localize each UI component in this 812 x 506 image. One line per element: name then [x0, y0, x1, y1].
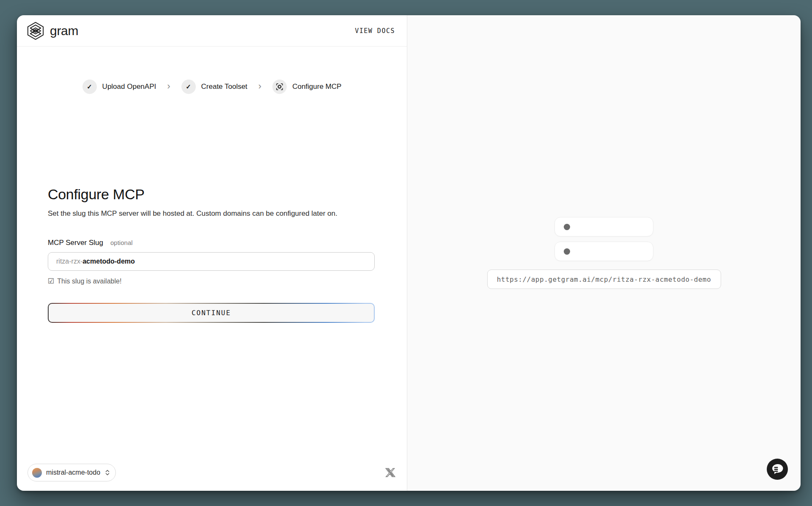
chevron-updown-icon: [104, 469, 110, 476]
chevron-right-icon: ›: [258, 82, 261, 92]
step-configure-mcp[interactable]: Configure MCP: [272, 80, 341, 94]
step-label: Create Toolset: [201, 82, 247, 91]
availability-message: This slug is available!: [57, 278, 121, 285]
step-complete-circle: ✓: [181, 80, 196, 94]
x-social-link[interactable]: [385, 468, 395, 478]
project-avatar: [32, 468, 42, 478]
preview-row: [554, 217, 653, 236]
onboarding-window: gram VIEW DOCS ✓ Upload OpenAPI › ✓ Crea…: [17, 15, 801, 491]
project-selector[interactable]: mistral-acme-todo: [27, 464, 116, 481]
step-complete-circle: ✓: [82, 80, 97, 94]
page-title: Configure MCP: [48, 186, 375, 203]
configure-gear-icon: [275, 82, 284, 91]
dot-icon: [564, 248, 570, 255]
step-label: Upload OpenAPI: [102, 82, 156, 91]
project-selector-value: mistral-acme-todo: [46, 469, 100, 476]
gram-logo-icon: [27, 22, 44, 40]
app-header: gram VIEW DOCS: [17, 15, 407, 47]
configure-form: Configure MCP Set the slug this MCP serv…: [48, 186, 375, 323]
configure-panel: gram VIEW DOCS ✓ Upload OpenAPI › ✓ Crea…: [17, 15, 407, 491]
chat-widget-button[interactable]: [767, 459, 788, 480]
mcp-slug-input[interactable]: ritza-rzx-acmetodo-demo: [48, 252, 375, 271]
view-docs-link[interactable]: VIEW DOCS: [355, 27, 395, 35]
checkbox-checked-icon: ☑: [48, 277, 54, 286]
slug-field-label-row: MCP Server Slug optional: [48, 239, 375, 247]
chat-bubble-icon: [767, 459, 788, 480]
panel-footer: mistral-acme-todo: [27, 464, 395, 481]
slug-field-label: MCP Server Slug: [48, 239, 103, 247]
step-current-circle: [272, 80, 287, 94]
mcp-preview-illustration: https://app.getgram.ai/mcp/ritza-rzx-acm…: [407, 217, 801, 289]
brand-wordmark: gram: [50, 24, 78, 38]
page-description: Set the slug this MCP server will be hos…: [48, 209, 375, 218]
continue-button-label[interactable]: CONTINUE: [49, 304, 374, 322]
step-upload-openapi[interactable]: ✓ Upload OpenAPI: [82, 80, 156, 94]
chevron-right-icon: ›: [167, 82, 170, 92]
stepper: ✓ Upload OpenAPI › ✓ Create Toolset ›: [17, 80, 407, 94]
check-icon: ✓: [186, 83, 191, 91]
preview-row: [554, 242, 653, 261]
preview-panel: https://app.getgram.ai/mcp/ritza-rzx-acm…: [407, 15, 801, 491]
mcp-server-url: https://app.getgram.ai/mcp/ritza-rzx-acm…: [487, 270, 721, 289]
slug-prefix: ritza-rzx-: [56, 258, 82, 265]
dot-icon: [564, 224, 570, 230]
slug-availability-status: ☑ This slug is available!: [48, 277, 375, 286]
step-label: Configure MCP: [292, 82, 341, 91]
continue-button[interactable]: CONTINUE: [48, 303, 375, 323]
step-create-toolset[interactable]: ✓ Create Toolset: [181, 80, 247, 94]
x-logo-icon: [385, 468, 395, 478]
optional-badge: optional: [110, 239, 133, 246]
slug-value: acmetodo-demo: [82, 258, 135, 265]
brand: gram: [27, 22, 78, 40]
check-icon: ✓: [87, 83, 92, 91]
